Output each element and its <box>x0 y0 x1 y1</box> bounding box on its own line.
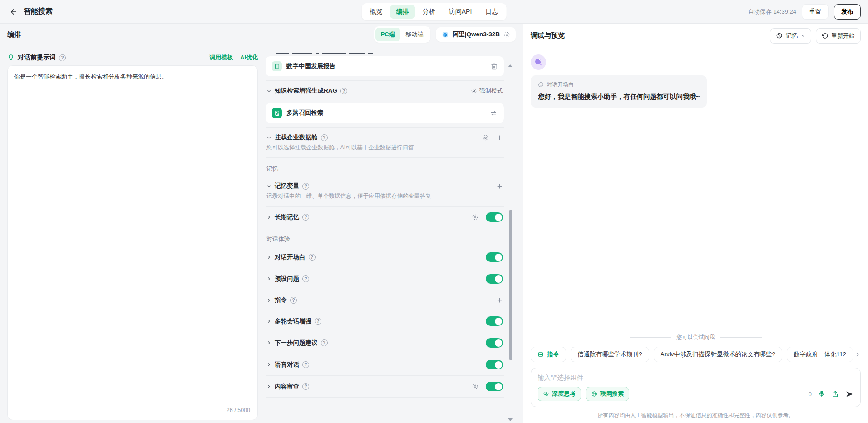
retrieval-item-label: 多路召回检索 <box>286 109 323 117</box>
rag-help-icon[interactable] <box>340 88 347 94</box>
voice-toggle[interactable] <box>486 360 503 369</box>
chevron-right-icon <box>266 215 271 220</box>
mode-gear-icon <box>471 88 477 94</box>
restart-button[interactable]: 重新开始 <box>816 28 861 44</box>
command-chip[interactable]: 指令 <box>531 347 566 362</box>
prompt-help-icon[interactable] <box>59 54 66 61</box>
microphone-icon[interactable] <box>818 390 825 398</box>
chevron-down-icon <box>266 135 271 140</box>
top-header: 智能搜索 概览 编排 分析 访问API 日志 自动保存 14:39:24 重置 … <box>0 0 868 24</box>
preset-toggle[interactable] <box>486 274 503 284</box>
swap-icon[interactable] <box>490 109 498 117</box>
brain-icon <box>776 32 783 39</box>
knowledge-base-item[interactable]: 数字中国发展报告 <box>266 56 504 76</box>
memory-dropdown-button[interactable]: 记忆 <box>770 28 811 44</box>
prompt-text: 你是一个智能检索助手，擅长检索和分析各种来源的信息。 <box>14 73 168 80</box>
next-question-row[interactable]: 下一步问题建议 <box>266 332 504 354</box>
command-grid-icon <box>538 351 544 358</box>
multiturn-help-icon[interactable] <box>315 318 321 325</box>
web-search-button[interactable]: 联网搜索 <box>586 387 629 401</box>
voice-row[interactable]: 语音对话 <box>266 354 504 375</box>
message-input-card: 深度思考 联网搜索 0 <box>531 368 861 407</box>
opening-help-icon[interactable] <box>309 254 316 261</box>
chevron-right-icon <box>266 276 271 281</box>
scroll-up-arrow[interactable] <box>508 64 513 67</box>
chevron-right-icon <box>266 362 271 367</box>
tab-analysis[interactable]: 分析 <box>416 5 442 19</box>
command-add-icon[interactable] <box>496 297 503 304</box>
back-button[interactable] <box>7 5 20 18</box>
search-orb-icon <box>534 58 543 67</box>
delete-trash-icon[interactable] <box>491 63 498 70</box>
next-question-toggle[interactable] <box>486 338 503 348</box>
upload-icon[interactable] <box>832 390 839 398</box>
long-memory-toggle[interactable] <box>486 212 503 222</box>
memory-var-row[interactable]: 记忆变量 <box>266 176 504 192</box>
device-pc-option[interactable]: PC端 <box>375 28 400 41</box>
retrieval-doc-icon <box>272 108 282 118</box>
preview-title: 调试与预览 <box>531 31 565 40</box>
rag-section-row[interactable]: 知识检索增强生成RAG 强制模式 <box>266 81 504 101</box>
force-mode-button[interactable]: 强制模式 <box>471 87 503 95</box>
long-memory-help-icon[interactable] <box>302 214 309 221</box>
next-question-help-icon[interactable] <box>321 339 328 346</box>
config-column: 数字中国发展报告 知识检索增强生成RAG <box>266 50 516 423</box>
scroll-down-arrow[interactable] <box>508 418 513 421</box>
knowledge-book-icon <box>272 61 282 71</box>
tab-logs[interactable]: 日志 <box>479 5 504 19</box>
reset-button[interactable]: 重置 <box>802 4 829 20</box>
chips-next-chevron-icon[interactable] <box>847 347 861 362</box>
tab-orchestrate[interactable]: 编排 <box>390 5 415 19</box>
datapod-section-row[interactable]: 挂载企业数据舱 <box>266 128 504 144</box>
opening-message-text: 您好，我是智能搜索小助手，有任何问题都可以问我哦~ <box>538 93 700 101</box>
long-memory-row[interactable]: 长期记忆 <box>266 206 504 228</box>
use-template-link[interactable]: 调用模板 <box>209 54 233 62</box>
tab-api[interactable]: 访问API <box>443 5 478 19</box>
preset-help-icon[interactable] <box>302 275 309 282</box>
datapod-add-icon[interactable] <box>496 134 503 141</box>
tab-overview[interactable]: 概览 <box>364 5 389 19</box>
suggestion-chip[interactable]: Arxiv中涉及扫描探针显微术的论文有哪些? <box>654 347 783 362</box>
chat-experience-group-label: 对话体验 <box>266 228 504 246</box>
suggestion-chip[interactable]: 数字政府一体化112 <box>787 347 853 362</box>
datapod-help-icon[interactable] <box>321 134 328 141</box>
command-row[interactable]: 指令 <box>266 290 504 310</box>
long-memory-gear-icon[interactable] <box>472 214 478 221</box>
voice-help-icon[interactable] <box>302 361 309 368</box>
moderation-row[interactable]: 内容审查 <box>266 376 504 397</box>
opening-toggle[interactable] <box>486 252 503 262</box>
globe-icon <box>591 391 597 397</box>
memory-var-add-icon[interactable] <box>496 183 503 190</box>
deep-think-button[interactable]: 深度思考 <box>538 387 581 401</box>
retrieval-item[interactable]: 多路召回检索 <box>266 103 504 123</box>
send-icon[interactable] <box>845 390 854 398</box>
multiturn-toggle[interactable] <box>486 316 503 326</box>
command-help-icon[interactable] <box>290 297 297 304</box>
memory-button-label: 记忆 <box>786 32 798 40</box>
moderation-toggle[interactable] <box>486 382 503 391</box>
deep-think-label: 深度思考 <box>552 390 576 398</box>
ai-disclaimer: 所有内容均由人工智能模型输出，不保证信息的准确性和完整性，内容仅供参考。 <box>531 412 861 419</box>
suggestion-chip[interactable]: 信通院有哪些学术期刊? <box>571 347 649 362</box>
model-settings-gear-icon[interactable] <box>503 31 510 38</box>
multiturn-row[interactable]: 多轮会话增强 <box>266 310 504 332</box>
model-selector[interactable]: 阿里|Qwen3-32B <box>436 27 516 42</box>
memory-var-help-icon[interactable] <box>302 183 309 190</box>
prompt-textarea[interactable]: 你是一个智能检索助手，擅长检索和分析各种来源的信息。 26 / 5000 <box>7 65 258 420</box>
knowledge-item-label: 数字中国发展报告 <box>286 62 335 70</box>
ai-optimize-link[interactable]: AI优化 <box>240 54 258 62</box>
command-chip-label: 指令 <box>547 350 559 359</box>
publish-button[interactable]: 发布 <box>834 4 861 20</box>
moderation-gear-icon[interactable] <box>472 383 478 390</box>
orchestration-area: 编排 PC端 移动端 阿里|Qwen3-32B <box>0 24 523 423</box>
datapod-gear-icon[interactable] <box>482 134 489 141</box>
moderation-help-icon[interactable] <box>302 383 309 390</box>
scrollbar-thumb[interactable] <box>509 210 512 360</box>
message-input[interactable] <box>538 374 854 381</box>
chevron-right-icon <box>266 255 271 260</box>
preset-questions-label: 预设问题 <box>275 275 299 283</box>
preset-questions-row[interactable]: 预设问题 <box>266 268 504 290</box>
opening-row[interactable]: 对话开场白 <box>266 246 504 268</box>
device-mobile-option[interactable]: 移动端 <box>400 28 429 41</box>
prompt-column: 对话前提示词 调用模板 AI优化 你是一个智能检索助手，擅长检索和分析各种来源的… <box>7 50 258 423</box>
